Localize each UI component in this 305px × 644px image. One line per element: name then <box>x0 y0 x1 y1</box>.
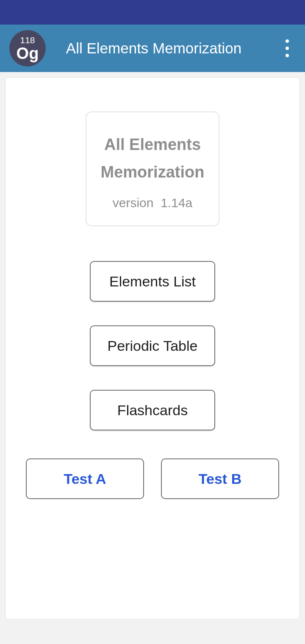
test-button-row: Test A Test B <box>26 458 279 499</box>
flashcards-button[interactable]: Flashcards <box>90 390 215 430</box>
version-label: version <box>113 196 154 210</box>
test-a-button[interactable]: Test A <box>26 458 144 499</box>
app-bar: 118 Og All Elements Memorization <box>0 25 305 72</box>
version-text: version 1.14a <box>95 196 210 210</box>
more-menu-icon[interactable] <box>279 36 296 61</box>
menu-button-group: Elements List Periodic Table Flashcards <box>90 261 215 430</box>
title-box: All Elements Memorization version 1.14a <box>86 111 219 226</box>
test-b-button[interactable]: Test B <box>161 458 279 499</box>
main-card: All Elements Memorization version 1.14a … <box>5 77 300 619</box>
status-bar <box>0 0 305 25</box>
elements-list-button[interactable]: Elements List <box>90 261 215 302</box>
app-title: All Elements Memorization <box>29 40 279 57</box>
title-line-1: All Elements <box>95 131 210 158</box>
title-line-2: Memorization <box>95 158 210 186</box>
version-value: 1.14a <box>161 196 192 210</box>
periodic-table-button[interactable]: Periodic Table <box>90 325 215 366</box>
